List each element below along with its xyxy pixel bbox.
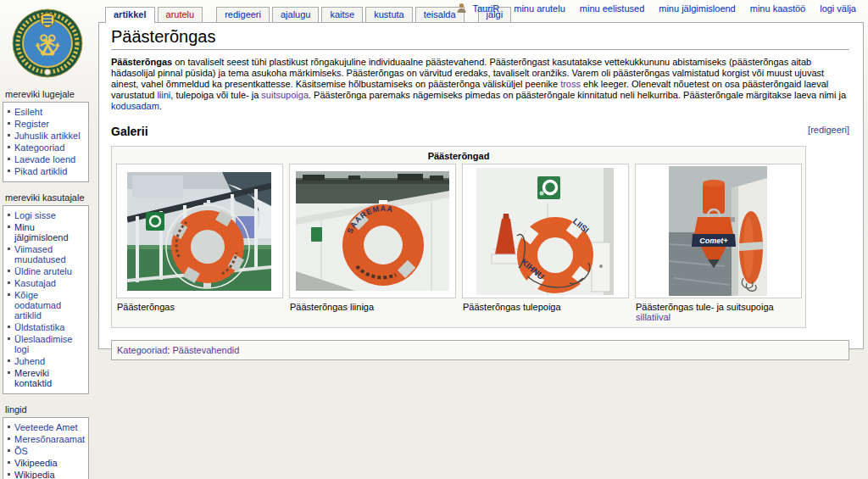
lifebuoy-liisi-kihnu-photo: LIISI KIHNU xyxy=(476,168,614,295)
sidebar-item-juhuslik-artikkel[interactable]: Juhuslik artikkel xyxy=(7,130,86,142)
lifebuoy-saaremaa-photo: SAAREMAA xyxy=(296,171,449,291)
sidebar-item-meresonaraamat[interactable]: Meresõnaraamat xyxy=(7,433,86,445)
veeteede-amet-logo-icon[interactable]: ⚓ ⚓ xyxy=(11,8,84,79)
inline-link-suitsupoiga[interactable]: suitsupoiga xyxy=(261,90,309,100)
tab-kustuta[interactable]: kustuta xyxy=(365,7,412,22)
sidebar-item-esileht[interactable]: Esileht xyxy=(7,106,86,118)
sidebar: ⚓ ⚓ mereviki lugejaleEsilehtRegisterJuhu… xyxy=(0,0,95,479)
sidebar-link[interactable]: Meresõnaraamat xyxy=(14,434,85,444)
content-area: Päästerõngas Päästerõngas on tavaliselt … xyxy=(98,22,864,349)
sidebar-link[interactable]: Veeteede Amet xyxy=(14,422,78,432)
sidebar-link[interactable]: Vikipeedia xyxy=(14,458,58,468)
sidebar-link[interactable]: Juhuslik artikkel xyxy=(14,131,81,141)
sidebar-link[interactable]: Viimased muudatused xyxy=(14,244,66,265)
inline-link-sillatiival[interactable]: sillatiival xyxy=(636,312,670,322)
sidebar-link[interactable]: Kõige oodatumad artiklid xyxy=(14,290,61,320)
personal-link-minu-kaastoo[interactable]: minu kaastöö xyxy=(750,3,805,14)
sidebar-item-laevade-loend[interactable]: Laevade loend xyxy=(7,153,86,165)
sidebar-link[interactable]: ÕS xyxy=(14,446,28,456)
gallery-title: Päästerõngad xyxy=(113,148,804,164)
sidebar-item-logi-sisse[interactable]: Logi sisse xyxy=(7,209,86,221)
portlet-title: mereviki kasutajale xyxy=(5,192,89,203)
sidebar-item-register[interactable]: Register xyxy=(7,118,86,130)
gallery-item: SAAREMAA Päästerõngas liiniga xyxy=(286,164,459,324)
inline-link-tross[interactable]: tross xyxy=(560,79,581,89)
gallery: Päästerõngad xyxy=(111,146,806,328)
sidebar-item-juhend[interactable]: Juhend xyxy=(7,355,86,367)
sidebar-item-viimased-muudatused[interactable]: Viimased muudatused xyxy=(7,243,86,265)
sidebar-link[interactable]: Kasutajad xyxy=(14,278,56,288)
portlet-title: mereviki lugejale xyxy=(5,89,89,99)
page-title: Päästerõngas xyxy=(111,27,849,50)
personal-link-minu-eelistused[interactable]: minu eelistused xyxy=(580,3,644,14)
safety-sticker-icon xyxy=(311,227,322,242)
tab-arutelu[interactable]: arutelu xyxy=(158,7,203,22)
sidebar-link[interactable]: Wikipedia xyxy=(14,470,55,479)
sidebar-item-uleslaadimise-logi[interactable]: Üleslaadimise logi xyxy=(7,333,86,355)
sidebar-item-pikad-artiklid[interactable]: Pikad artiklid xyxy=(7,165,86,177)
article-paragraph: Päästerõngas on tavaliselt seest tühi pl… xyxy=(111,57,849,112)
lifebuoy-railing-photo xyxy=(127,172,271,291)
sidebar-link[interactable]: Mereviki kontaktid xyxy=(14,368,52,388)
sidebar-item-mereviki-kontaktid[interactable]: Mereviki kontaktid xyxy=(7,367,86,389)
sidebar-link[interactable]: Register xyxy=(14,119,49,129)
sidebar-item-minu-jalgimisloend[interactable]: Minu jälgimisloend xyxy=(7,221,86,243)
sidebar-link[interactable]: Esileht xyxy=(14,107,42,117)
sidebar-link[interactable]: Üldstatistika xyxy=(14,322,64,332)
personal-link-logi-valja[interactable]: logi välja xyxy=(820,3,856,14)
gallery-image-light-smoke-buoy[interactable]: Comet+ xyxy=(635,164,802,298)
gallery-item: LIISI KIHNU Päästerõngas tulepoiga xyxy=(459,164,632,324)
sidebar-link[interactable]: Pikad artiklid xyxy=(14,166,67,176)
sidebar-item-koige-oodatumad-artiklid[interactable]: Kõige oodatumad artiklid xyxy=(7,289,86,321)
category-links: Kategooriad: Päästevahendid xyxy=(111,340,849,360)
gallery-caption: Päästerõngas tule- ja suitsupoiga sillat… xyxy=(633,298,803,324)
personal-links: TauriRminu aruteluminu eelistusedminu jä… xyxy=(472,3,856,14)
gallery-section-heading-row: [redigeeri] Galerii xyxy=(111,125,849,138)
inline-link-liini[interactable]: liini xyxy=(157,90,170,100)
sidebar-item-wikipedia[interactable]: Wikipedia xyxy=(7,469,86,479)
svg-text:Comet+: Comet+ xyxy=(699,237,728,245)
section-edit-link[interactable]: [redigeeri] xyxy=(808,125,849,135)
inline-link-kodusadam[interactable]: kodusadam xyxy=(111,101,159,111)
sidebar-item-uldine-arutelu[interactable]: Üldine arutelu xyxy=(7,265,86,277)
sidebar-link[interactable]: Juhend xyxy=(14,356,45,366)
sidebar-link[interactable]: Laevade loend xyxy=(14,154,75,164)
categories-link[interactable]: Kategooriad xyxy=(117,345,167,355)
gallery-item: Comet+ Päästerõngas tule- ja suitsupoiga… xyxy=(632,164,804,324)
personal-link-minu-jalgimisloend[interactable]: minu jälgimisloend xyxy=(659,3,736,14)
content-column: artikkelaruteluredigeeriajalugukaitsekus… xyxy=(98,7,864,349)
gallery-caption: Päästerõngas tulepoiga xyxy=(460,298,630,314)
portlet-mereviki-kasutajale: mereviki kasutajaleLogi sisseMinu jälgim… xyxy=(3,192,89,394)
portlet-title: lingid xyxy=(5,404,89,415)
gallery-row: Päästerõngas xyxy=(113,164,804,324)
sidebar-item-kategooriad[interactable]: Kategooriad xyxy=(7,142,86,153)
personal-link-minu-arutelu[interactable]: minu arutelu xyxy=(514,3,565,14)
sidebar-link[interactable]: Minu jälgimisloend xyxy=(14,222,69,242)
tab-kaitse[interactable]: kaitse xyxy=(321,7,363,22)
safety-sign-icon xyxy=(146,212,164,231)
section-heading: Galerii xyxy=(111,125,148,138)
tab-artikkel[interactable]: artikkel xyxy=(105,7,155,23)
tab-ajalugu[interactable]: ajalugu xyxy=(272,7,319,22)
gallery-image-lifebuoy-with-line[interactable]: SAAREMAA xyxy=(289,164,456,298)
sidebar-item-os[interactable]: ÕS xyxy=(7,445,86,457)
sidebar-item-vikipeedia[interactable]: Vikipeedia xyxy=(7,457,86,469)
sidebar-link[interactable]: Logi sisse xyxy=(14,210,56,220)
sidebar-link[interactable]: Üleslaadimise logi xyxy=(14,334,72,354)
sidebar-item-kasutajad[interactable]: Kasutajad xyxy=(7,277,86,289)
sidebar-item-veeteede-amet[interactable]: Veeteede Amet xyxy=(7,421,86,433)
gallery-image-lifebuoy-on-railing[interactable] xyxy=(116,164,283,298)
personal-link-taurir[interactable]: TauriR xyxy=(472,3,499,14)
portlet-mereviki-lugejale: mereviki lugejaleEsilehtRegisterJuhuslik… xyxy=(3,89,89,182)
gallery-item: Päästerõngas xyxy=(113,164,286,324)
personal-bar: TauriRminu aruteluminu eelistusedminu jä… xyxy=(456,3,856,14)
comet-buoy-photo: Comet+ xyxy=(669,166,767,296)
sidebar-link[interactable]: Üldine arutelu xyxy=(14,266,72,276)
user-icon xyxy=(456,3,467,14)
category-link-paastevahendid[interactable]: Päästevahendid xyxy=(172,345,239,355)
sidebar-link[interactable]: Kategooriad xyxy=(14,142,64,153)
gallery-image-lifebuoy-with-light-buoy[interactable]: LIISI KIHNU xyxy=(462,164,629,298)
tab-redigeeri[interactable]: redigeeri xyxy=(216,7,270,22)
sidebar-item-uldstatistika[interactable]: Üldstatistika xyxy=(7,321,86,333)
gallery-caption: Päästerõngas xyxy=(114,298,284,314)
